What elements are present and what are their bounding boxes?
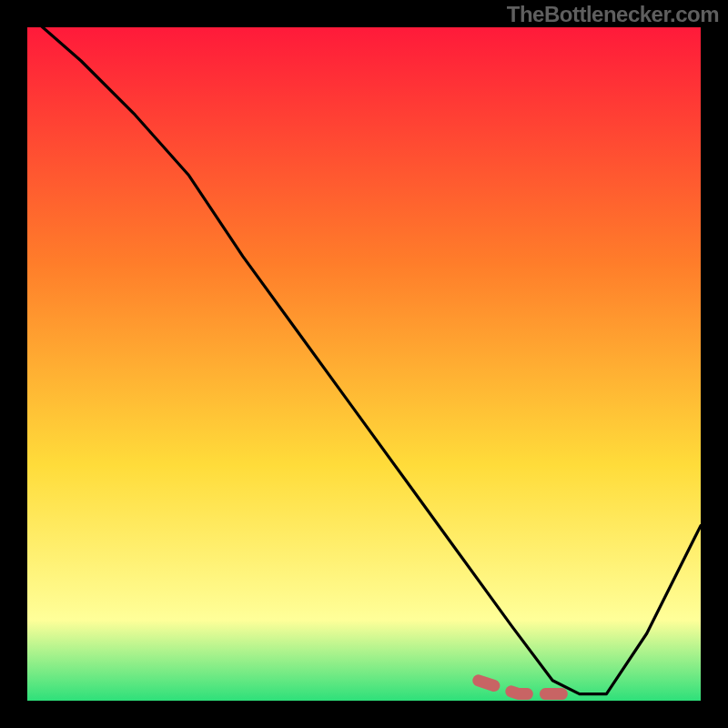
chart-svg [27,27,701,701]
attribution-text: TheBottlenecker.com [507,2,719,27]
chart-frame: TheBottlenecker.com [0,0,728,728]
gradient-background [27,27,701,701]
chart-plot-area [27,27,701,701]
